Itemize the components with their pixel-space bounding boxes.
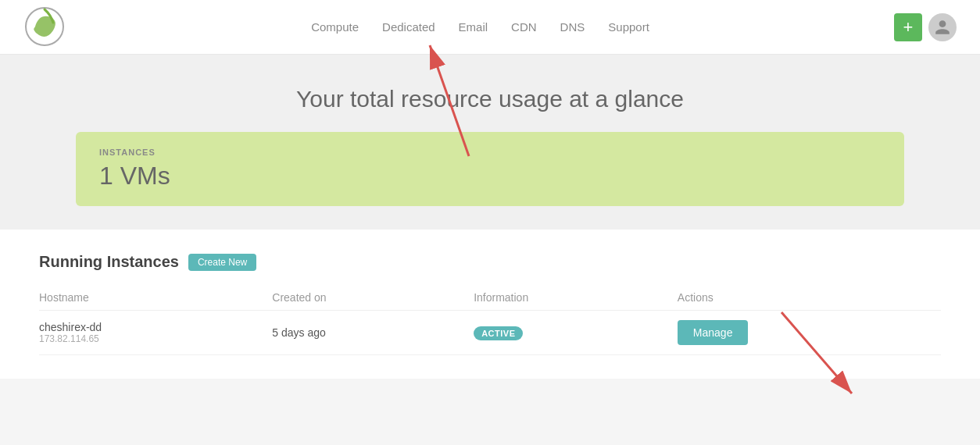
hostname-main: cheshirex-dd: [39, 321, 272, 333]
nav-compute[interactable]: Compute: [311, 20, 359, 34]
instances-table: Hostname Created on Information Actions …: [39, 285, 941, 355]
avatar[interactable]: [928, 13, 957, 41]
create-new-button[interactable]: Create New: [188, 254, 256, 271]
main-section: Running Instances Create New Hostname Cr…: [0, 230, 980, 379]
running-instances-header: Running Instances Create New: [39, 253, 941, 271]
nav-support[interactable]: Support: [608, 20, 649, 34]
table-row: cheshirex-dd 173.82.114.65 5 days ago AC…: [39, 311, 941, 355]
header: Compute Dedicated Email CDN DNS Support …: [0, 0, 980, 55]
header-actions: +: [894, 13, 957, 41]
instances-label: INSTANCES: [99, 148, 881, 157]
instances-card: INSTANCES 1 VMs: [76, 132, 904, 206]
hero-section: Your total resource usage at a glance IN…: [0, 55, 980, 230]
cell-actions: Manage: [678, 311, 941, 355]
hero-title: Your total resource usage at a glance: [23, 86, 957, 112]
nav-dns[interactable]: DNS: [560, 20, 585, 34]
nav-email[interactable]: Email: [459, 20, 488, 34]
col-information: Information: [474, 285, 678, 311]
cell-information: ACTIVE: [474, 311, 678, 355]
col-actions: Actions: [678, 285, 941, 311]
col-created-on: Created on: [272, 285, 474, 311]
cell-created-on: 5 days ago: [272, 311, 474, 355]
nav-dedicated[interactable]: Dedicated: [382, 20, 435, 34]
manage-button[interactable]: Manage: [678, 320, 749, 345]
running-instances-title: Running Instances: [39, 253, 179, 271]
status-badge: ACTIVE: [474, 326, 523, 340]
add-button[interactable]: +: [894, 13, 922, 41]
table-header-row: Hostname Created on Information Actions: [39, 285, 941, 311]
logo: [23, 5, 66, 48]
hostname-ip: 173.82.114.65: [39, 333, 272, 344]
cell-hostname: cheshirex-dd 173.82.114.65: [39, 311, 272, 355]
nav-cdn[interactable]: CDN: [511, 20, 537, 34]
col-hostname: Hostname: [39, 285, 272, 311]
instances-count: 1 VMs: [99, 162, 881, 190]
main-nav: Compute Dedicated Email CDN DNS Support: [311, 20, 649, 34]
